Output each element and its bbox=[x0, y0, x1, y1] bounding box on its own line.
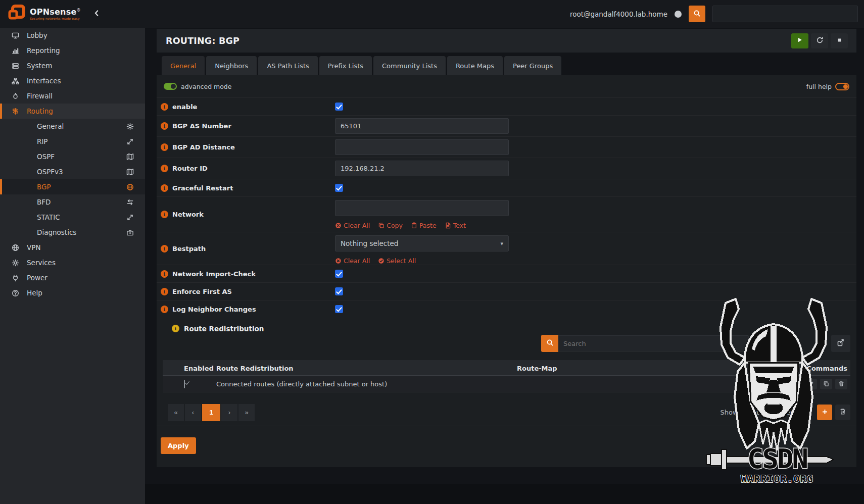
info-icon[interactable]: i bbox=[161, 211, 168, 218]
sidebar-item-routing[interactable]: Routing bbox=[0, 104, 145, 119]
question-icon bbox=[11, 289, 20, 297]
sidebar-item-interfaces[interactable]: Interfaces bbox=[0, 73, 145, 88]
redistribution-grid: Enabled Route Redistribution Route-Map C… bbox=[163, 361, 850, 392]
sidebar-item-help[interactable]: Help bbox=[0, 285, 145, 300]
form-row-network-import-check: iNetwork Import-Check bbox=[157, 265, 856, 282]
router-id-input[interactable] bbox=[335, 161, 509, 176]
page-size-select[interactable]: 50▾ bbox=[770, 340, 782, 347]
sidebar-item-services[interactable]: Services bbox=[0, 255, 145, 270]
info-icon[interactable]: i bbox=[161, 165, 168, 172]
desktop-icon bbox=[11, 32, 20, 39]
clear-all-link[interactable]: Clear All bbox=[335, 257, 370, 265]
text-link[interactable]: Text bbox=[445, 222, 466, 229]
clear-all-link[interactable]: Clear All bbox=[335, 222, 370, 229]
sidebar-subitem-ospfv3[interactable]: OSPFv3 bbox=[0, 164, 145, 179]
log-neighbor-changes-checkbox[interactable] bbox=[335, 305, 343, 313]
graceful-restart-checkbox[interactable] bbox=[335, 184, 343, 192]
sidebar-item-lobby[interactable]: Lobby bbox=[0, 28, 145, 43]
info-icon[interactable]: i bbox=[161, 103, 168, 111]
field-label: Enforce First AS bbox=[172, 288, 232, 295]
info-icon[interactable]: i bbox=[161, 184, 168, 192]
tab-route-maps[interactable]: Route Maps bbox=[447, 56, 503, 75]
sidebar-item-label: Help bbox=[27, 289, 42, 297]
edit-button[interactable] bbox=[805, 379, 817, 389]
sidebar-subitem-ospf[interactable]: OSPF bbox=[0, 149, 145, 164]
network-input[interactable] bbox=[335, 200, 509, 216]
brand-tagline: Securing networks made easy bbox=[30, 17, 80, 20]
form-control-cell bbox=[335, 98, 856, 115]
select-all-link[interactable]: Select All bbox=[378, 257, 416, 265]
gear-icon bbox=[126, 123, 134, 130]
grid-header-row: Enabled Route Redistribution Route-Map C… bbox=[163, 361, 850, 376]
sidebar-subitem-label: STATIC bbox=[37, 213, 60, 221]
sidebar-collapse-button[interactable] bbox=[93, 9, 101, 19]
info-icon[interactable]: i bbox=[161, 245, 168, 253]
sidebar-subitem-static[interactable]: STATIC bbox=[0, 210, 145, 225]
start-service-button[interactable] bbox=[791, 33, 808, 48]
copy-link[interactable]: Copy bbox=[378, 222, 403, 229]
field-label: Log Neighbor Changes bbox=[172, 306, 256, 313]
sidebar-item-reporting[interactable]: Reporting bbox=[0, 43, 145, 58]
sidebar-subitem-rip[interactable]: RIP bbox=[0, 134, 145, 149]
full-help-toggle[interactable] bbox=[835, 83, 849, 90]
page-button-3[interactable]: › bbox=[221, 404, 237, 421]
grid-search-input[interactable] bbox=[558, 335, 749, 351]
tab-prefix-lists[interactable]: Prefix Lists bbox=[319, 56, 372, 75]
clone-button[interactable] bbox=[820, 379, 832, 389]
enabled-checkbox[interactable] bbox=[184, 380, 185, 388]
info-icon[interactable]: i bbox=[161, 288, 168, 295]
restart-service-button[interactable] bbox=[811, 33, 828, 48]
info-icon[interactable]: i bbox=[161, 270, 168, 278]
page-button-1[interactable]: ‹ bbox=[185, 404, 201, 421]
network-import-check-checkbox[interactable] bbox=[335, 270, 343, 278]
navbar-search-input[interactable] bbox=[712, 6, 858, 22]
export-button[interactable] bbox=[831, 335, 850, 352]
row-commands-cell bbox=[763, 379, 850, 389]
page-button-2[interactable]: 1 bbox=[202, 404, 220, 421]
page-button-0[interactable]: « bbox=[168, 404, 184, 421]
enable-checkbox[interactable] bbox=[335, 103, 343, 111]
sidebar-item-firewall[interactable]: Firewall bbox=[0, 88, 145, 104]
column-selector[interactable]: ▾ bbox=[789, 339, 800, 348]
paste-icon bbox=[411, 222, 417, 229]
bgp-ad-distance-input[interactable] bbox=[335, 139, 509, 155]
trash-icon bbox=[838, 381, 844, 387]
bgp-as-number-input[interactable] bbox=[335, 118, 509, 134]
stop-service-button[interactable] bbox=[831, 33, 848, 48]
add-row-button[interactable] bbox=[817, 405, 832, 420]
navbar-search-button[interactable] bbox=[689, 6, 705, 22]
pagination-right: Showing 1 to 1 of 1 entries bbox=[721, 405, 850, 420]
row-enabled-cell bbox=[178, 380, 212, 388]
sidebar-item-vpn[interactable]: VPN bbox=[0, 240, 145, 255]
tab-community-lists[interactable]: Community Lists bbox=[373, 56, 446, 75]
info-icon[interactable]: i bbox=[161, 122, 168, 130]
info-icon[interactable]: i bbox=[161, 143, 168, 151]
refresh-icon bbox=[756, 339, 763, 348]
sidebar-item-system[interactable]: System bbox=[0, 58, 145, 73]
sidebar-item-power[interactable]: Power bbox=[0, 270, 145, 285]
advanced-mode-toggle[interactable] bbox=[164, 83, 177, 90]
sidebar-subitem-bfd[interactable]: BFD bbox=[0, 194, 145, 210]
tab-neighbors[interactable]: Neighbors bbox=[206, 56, 257, 75]
grid-body: Connected routes (directly attached subn… bbox=[163, 376, 850, 392]
info-icon[interactable]: i bbox=[172, 325, 179, 332]
grid-refresh-button[interactable] bbox=[756, 339, 763, 348]
bestpath-select[interactable]: Nothing selected▾ bbox=[335, 235, 509, 251]
tab-peer-groups[interactable]: Peer Groups bbox=[504, 56, 561, 75]
enforce-first-as-checkbox[interactable] bbox=[335, 287, 343, 295]
apply-button[interactable]: Apply bbox=[161, 437, 196, 454]
paste-link[interactable]: Paste bbox=[411, 222, 437, 229]
tab-as-path-lists[interactable]: AS Path Lists bbox=[258, 56, 317, 75]
form-label-cell: iNetwork Import-Check bbox=[157, 265, 335, 282]
info-icon[interactable]: i bbox=[161, 306, 168, 313]
delete-selected-button[interactable] bbox=[835, 405, 850, 420]
sidebar-subitem-bgp[interactable]: BGP bbox=[0, 179, 145, 194]
apply-row: Apply bbox=[157, 426, 856, 454]
sidebar-subitem-general[interactable]: General bbox=[0, 119, 145, 134]
sidebar-subitem-diagnostics[interactable]: Diagnostics bbox=[0, 225, 145, 240]
grid-search-button[interactable] bbox=[541, 335, 558, 352]
page-button-4[interactable]: » bbox=[238, 404, 255, 421]
tab-general[interactable]: General bbox=[162, 56, 205, 75]
form-control-cell bbox=[335, 300, 856, 318]
delete-button[interactable] bbox=[835, 379, 847, 389]
